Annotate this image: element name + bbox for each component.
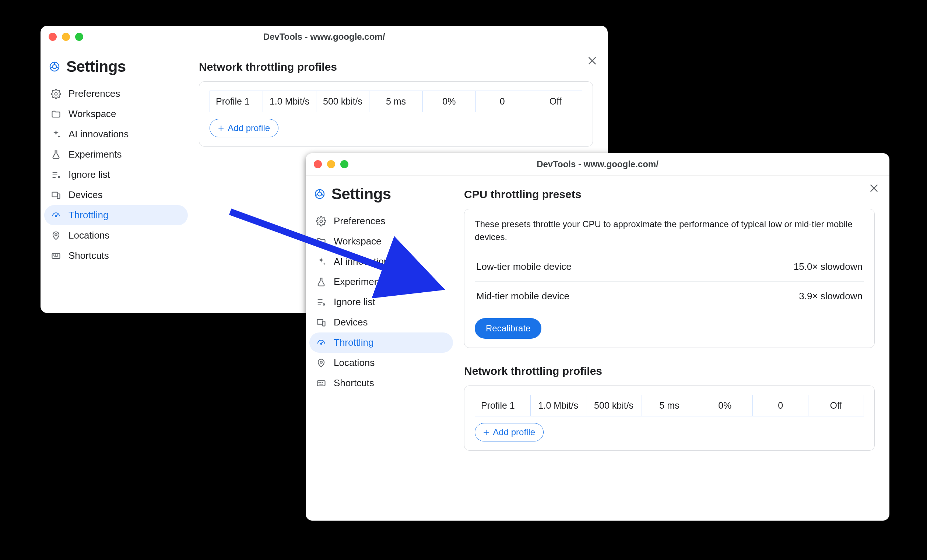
plus-icon: + [218, 123, 224, 133]
sidebar-item-shortcuts[interactable]: Shortcuts [309, 373, 453, 393]
sidebar-item-locations[interactable]: Locations [44, 225, 188, 246]
recalibrate-button[interactable]: Recalibrate [475, 318, 541, 339]
network-throttling-card: Profile 1 1.0 Mbit/s 500 kbit/s 5 ms 0% … [199, 81, 593, 147]
sidebar-item-experiments[interactable]: Experiments [44, 144, 188, 165]
sidebar-item-label: Devices [68, 189, 102, 201]
gear-icon [316, 216, 326, 226]
flask-icon [51, 149, 61, 160]
sidebar-item-shortcuts[interactable]: Shortcuts [44, 246, 188, 266]
profile-up: 500 kbit/s [316, 91, 369, 112]
sidebar-item-label: Experiments [334, 276, 387, 288]
sidebar-item-locations[interactable]: Locations [309, 353, 453, 373]
sidebar-item-preferences[interactable]: Preferences [44, 83, 188, 104]
sidebar-item-label: AI innovations [334, 256, 394, 267]
sidebar-item-throttling[interactable]: Throttling [309, 332, 453, 353]
profile-name: Profile 1 [210, 91, 263, 112]
window-title: DevTools - www.google.com/ [41, 32, 608, 42]
svg-point-12 [55, 254, 56, 255]
svg-point-2 [55, 93, 58, 95]
add-profile-label: Add profile [493, 427, 535, 437]
sidebar-item-ai[interactable]: AI innovations [44, 124, 188, 144]
preset-value: 3.9× slowdown [799, 290, 863, 302]
sidebar-item-ai[interactable]: AI innovations [309, 252, 453, 272]
sidebar-item-ignore-list[interactable]: Ignore list [44, 165, 188, 185]
sidebar-item-experiments[interactable]: Experiments [309, 272, 453, 292]
traffic-light-minimize-icon[interactable] [62, 33, 70, 41]
profile-queue: 0 [753, 395, 808, 416]
sidebar-item-preferences[interactable]: Preferences [309, 211, 453, 231]
svg-rect-10 [52, 253, 60, 258]
sparkle-icon [316, 256, 326, 267]
traffic-light-zoom-icon[interactable] [75, 33, 83, 41]
sidebar-item-label: Workspace [68, 108, 116, 120]
settings-header: Settings [44, 56, 188, 83]
sidebar-item-workspace[interactable]: Workspace [309, 231, 453, 252]
sidebar-item-label: Locations [68, 230, 109, 241]
sidebar-item-label: Experiments [68, 149, 122, 160]
sidebar-item-label: AI innovations [68, 129, 129, 140]
traffic-light-close-icon[interactable] [314, 160, 322, 168]
keyboard-icon [51, 251, 61, 261]
profile-loss: 0% [422, 91, 476, 112]
preset-name: Mid-tier mobile device [476, 290, 569, 302]
keyboard-icon [316, 378, 326, 389]
svg-point-26 [320, 361, 322, 363]
profile-down: 1.0 Mbit/s [530, 395, 586, 416]
svg-point-13 [57, 254, 58, 255]
table-row[interactable]: Profile 1 1.0 Mbit/s 500 kbit/s 5 ms 0% … [210, 91, 582, 112]
sidebar-item-label: Throttling [334, 337, 374, 348]
sidebar-item-label: Ignore list [68, 169, 110, 181]
close-icon[interactable] [868, 182, 880, 194]
speedometer-icon [51, 210, 61, 220]
devices-icon [51, 190, 61, 200]
sidebar-item-devices[interactable]: Devices [309, 312, 453, 332]
folder-icon [51, 109, 61, 119]
svg-rect-23 [318, 319, 323, 324]
settings-sidebar: Settings Preferences Workspace AI innova… [306, 176, 457, 521]
network-profile-table: Profile 1 1.0 Mbit/s 500 kbit/s 5 ms 0% … [210, 91, 582, 112]
close-icon[interactable] [586, 55, 598, 67]
svg-point-9 [55, 234, 57, 236]
svg-point-25 [321, 343, 322, 344]
list-x-icon [316, 297, 326, 307]
cpu-preset-row-mid-tier: Mid-tier mobile device 3.9× slowdown [475, 281, 864, 311]
profile-state: Off [808, 395, 864, 416]
traffic-light-close-icon[interactable] [49, 33, 57, 41]
svg-point-1 [53, 65, 57, 69]
sidebar-item-label: Preferences [334, 216, 385, 227]
profile-up: 500 kbit/s [586, 395, 641, 416]
add-profile-button[interactable]: + Add profile [475, 423, 544, 442]
svg-point-11 [53, 254, 54, 255]
svg-point-30 [322, 382, 323, 382]
settings-header: Settings [309, 183, 453, 211]
svg-rect-27 [318, 381, 325, 386]
svg-rect-6 [52, 192, 58, 197]
traffic-light-zoom-icon[interactable] [340, 160, 348, 168]
network-profile-table: Profile 1 1.0 Mbit/s 500 kbit/s 5 ms 0% … [475, 395, 864, 416]
cpu-throttling-card: These presets throttle your CPU to appro… [464, 209, 875, 348]
add-profile-label: Add profile [228, 123, 270, 133]
traffic-light-minimize-icon[interactable] [327, 160, 335, 168]
sidebar-item-throttling[interactable]: Throttling [44, 205, 188, 225]
sidebar-item-workspace[interactable]: Workspace [44, 104, 188, 124]
profile-latency: 5 ms [369, 91, 422, 112]
table-row[interactable]: Profile 1 1.0 Mbit/s 500 kbit/s 5 ms 0% … [475, 395, 864, 416]
network-throttling-heading: Network throttling profiles [464, 365, 875, 377]
location-pin-icon [316, 358, 326, 368]
profile-latency: 5 ms [641, 395, 697, 416]
cpu-preset-row-low-tier: Low-tier mobile device 15.0× slowdown [475, 252, 864, 281]
titlebar: DevTools - www.google.com/ [41, 26, 608, 48]
network-throttling-heading: Network throttling profiles [199, 61, 593, 73]
sidebar-item-label: Devices [334, 317, 368, 328]
sidebar-item-ignore-list[interactable]: Ignore list [309, 292, 453, 312]
sidebar-item-devices[interactable]: Devices [44, 185, 188, 205]
sidebar-item-label: Preferences [68, 88, 120, 99]
add-profile-button[interactable]: + Add profile [210, 119, 278, 137]
chrome-logo-icon [49, 61, 61, 73]
sparkle-icon [51, 129, 61, 140]
flask-icon [316, 277, 326, 287]
location-pin-icon [51, 231, 61, 241]
speedometer-icon [316, 338, 326, 348]
plus-icon: + [483, 427, 489, 437]
traffic-lights [314, 160, 348, 168]
